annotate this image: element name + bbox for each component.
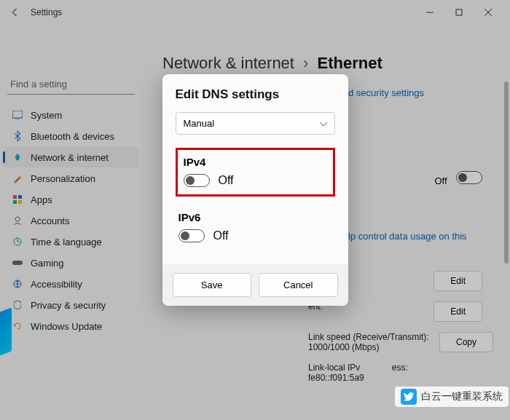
ipv6-toggle-label: Off [213, 229, 229, 242]
modal-title: Edit DNS settings [176, 87, 335, 102]
ipv4-toggle[interactable] [184, 174, 210, 187]
save-button[interactable]: Save [173, 273, 252, 297]
ipv4-title: IPv4 [184, 156, 327, 168]
cancel-button[interactable]: Cancel [259, 273, 338, 297]
watermark-text: 白云一键重装系统 [421, 390, 503, 403]
ipv4-section: IPv4 Off [176, 148, 335, 197]
chevron-down-icon [320, 118, 327, 129]
ipv6-title: IPv6 [178, 211, 332, 223]
modal-overlay: Edit DNS settings Manual IPv4 Off IPv6 O… [0, 0, 510, 420]
dns-mode-select[interactable]: Manual [176, 112, 335, 135]
dns-mode-value: Manual [184, 118, 215, 129]
watermark: 白云一键重装系统 [395, 387, 509, 407]
twitter-icon [401, 389, 417, 405]
dns-settings-modal: Edit DNS settings Manual IPv4 Off IPv6 O… [162, 74, 348, 306]
ipv6-toggle[interactable] [178, 229, 205, 242]
ipv4-toggle-label: Off [219, 174, 234, 187]
ipv6-section: IPv6 Off [176, 207, 335, 247]
